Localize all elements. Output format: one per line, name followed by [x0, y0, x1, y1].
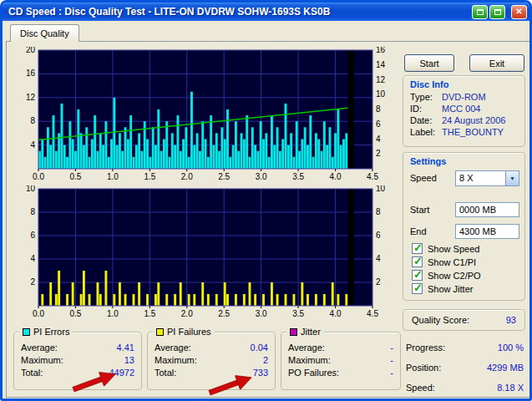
show-c1pi-row: ✓ Show C1/PI [412, 256, 476, 267]
app-window: CD Speed : Disc Quality Test - LITE-ON D… [0, 0, 532, 401]
quality-score-value: 93 [506, 315, 516, 325]
svg-text:14: 14 [376, 60, 386, 69]
minimize-button[interactable] [472, 5, 488, 19]
pi-failures-maximum-row: Maximum: 2 [155, 353, 268, 365]
disc-label-label: Label: [410, 127, 442, 138]
svg-text:1.5: 1.5 [144, 309, 155, 318]
exit-button[interactable]: Exit [469, 54, 524, 72]
svg-text:20: 20 [26, 47, 36, 54]
show-speed-label: Show Speed [428, 244, 479, 254]
svg-text:0.0: 0.0 [33, 309, 44, 318]
svg-text:2.0: 2.0 [181, 172, 193, 181]
pi-failures-summary-title: PI Failures [167, 326, 211, 338]
check-icon: ✓ [413, 241, 423, 254]
progress-value: 100 % [498, 343, 524, 353]
svg-text:2.5: 2.5 [218, 172, 230, 181]
show-c1pi-label: Show C1/PI [428, 257, 476, 267]
progress-row: Progress: 100 % [406, 343, 524, 353]
pi-errors-maximum-label: Maximum: [21, 355, 63, 365]
start-position-label: Start [410, 205, 429, 215]
pi-failures-maximum-value: 2 [263, 355, 268, 365]
disc-info-section: Disc Info Type: DVD-ROM ID: MCC 004 Date… [403, 75, 525, 147]
window-title: CD Speed : Disc Quality Test - LITE-ON D… [8, 6, 472, 18]
pi-failures-maximum-label: Maximum: [155, 355, 197, 365]
chevron-down-icon: ▼ [509, 175, 515, 181]
disc-type-label: Type: [410, 92, 442, 103]
svg-text:2.5: 2.5 [218, 309, 230, 318]
jitter-maximum-row: Maximum: - [288, 353, 393, 365]
disc-info-type-row: Type: DVD-ROM [410, 92, 518, 103]
svg-text:12: 12 [376, 75, 386, 84]
speed-value: 8 X [456, 171, 505, 185]
start-position-field[interactable]: 0000 MB [455, 202, 519, 217]
tab-disc-quality[interactable]: Disc Quality [10, 24, 79, 42]
disc-type-value: DVD-ROM [442, 92, 486, 103]
pi-failures-average-value: 0.04 [251, 343, 268, 353]
pi-errors-average-value: 4.41 [117, 343, 134, 353]
pi-errors-average-label: Average: [21, 343, 58, 353]
pi-errors-legend: PI Errors [19, 326, 73, 338]
pi-errors-total-label: Total: [21, 368, 43, 378]
jitter-maximum-value: - [390, 355, 393, 365]
quality-score-row: Quality Score: 93 [403, 310, 524, 330]
svg-text:12: 12 [26, 93, 36, 102]
jitter-average-value: - [390, 343, 393, 353]
svg-text:10: 10 [26, 185, 36, 193]
po-failures-label: PO Failures: [288, 368, 339, 378]
po-failures-value: - [390, 368, 393, 378]
svg-text:2: 2 [376, 277, 381, 287]
show-speed-row: ✓ Show Speed [412, 243, 479, 254]
svg-text:4: 4 [30, 140, 35, 150]
show-jitter-checkbox[interactable]: ✓ [412, 283, 423, 294]
pi-errors-maximum-row: Maximum: 13 [21, 353, 134, 365]
jitter-swatch [290, 328, 297, 336]
show-c2po-checkbox[interactable]: ✓ [412, 270, 423, 281]
svg-text:3.0: 3.0 [256, 309, 267, 318]
show-speed-checkbox[interactable]: ✓ [412, 243, 423, 254]
close-icon: ✕ [515, 8, 522, 16]
titlebar-buttons: ✕ [472, 5, 527, 19]
tab-label: Disc Quality [20, 28, 69, 38]
disc-info-title: Disc Info [410, 79, 518, 89]
position-row: Position: 4299 MB [406, 363, 524, 373]
titlebar[interactable]: CD Speed : Disc Quality Test - LITE-ON D… [3, 3, 529, 21]
check-icon: ✓ [413, 268, 423, 281]
start-button[interactable]: Start [404, 54, 454, 72]
show-c1pi-checkbox[interactable]: ✓ [412, 256, 423, 267]
speed-label: Speed [410, 173, 437, 183]
svg-text:3.0: 3.0 [256, 172, 267, 181]
disc-date-label: Date: [410, 115, 442, 126]
svg-text:0.0: 0.0 [33, 172, 44, 181]
svg-text:3.5: 3.5 [292, 172, 304, 181]
pi-failures-total-value: 733 [253, 368, 268, 378]
show-jitter-label: Show Jitter [428, 284, 473, 294]
svg-text:4.5: 4.5 [367, 309, 378, 318]
pi-failures-summary: PI Failures Average: 0.04 Maximum: 2 Tot… [147, 332, 276, 390]
svg-text:2.0: 2.0 [181, 309, 193, 318]
speed-dropdown-button[interactable]: ▼ [505, 171, 519, 185]
check-icon: ✓ [413, 255, 423, 267]
svg-text:4: 4 [376, 254, 381, 263]
speed-status-value: 8.18 X [497, 383, 524, 393]
jitter-summary: Jitter Average: - Maximum: - PO Failures… [281, 332, 401, 390]
disc-info-date-row: Date: 24 August 2006 [410, 115, 518, 126]
svg-text:8: 8 [376, 207, 381, 216]
minimize-icon [477, 9, 484, 15]
pi-errors-summary-title: PI Errors [33, 326, 69, 338]
speed-select[interactable]: 8 X ▼ [455, 170, 519, 186]
svg-text:4.0: 4.0 [330, 172, 342, 181]
maximize-button[interactable] [489, 5, 505, 19]
position-label: Position: [406, 363, 441, 373]
pi-failures-average-label: Average: [155, 343, 191, 353]
check-icon: ✓ [413, 282, 423, 294]
pi-failures-chart: 0.00.51.01.52.02.53.03.54.04.52468102468… [12, 185, 394, 319]
svg-text:8: 8 [376, 104, 381, 114]
svg-text:1.0: 1.0 [107, 309, 119, 318]
settings-section: Settings Speed 8 X ▼ Start 0000 MB End 4… [403, 152, 525, 301]
pi-errors-chart: 0.00.51.01.52.02.53.03.54.04.54812162024… [12, 47, 394, 182]
quality-score-label: Quality Score: [412, 315, 469, 325]
svg-text:1.5: 1.5 [144, 172, 155, 181]
close-button[interactable]: ✕ [511, 5, 527, 19]
end-position-field[interactable]: 4300 MB [455, 224, 519, 239]
svg-text:8: 8 [30, 116, 35, 125]
